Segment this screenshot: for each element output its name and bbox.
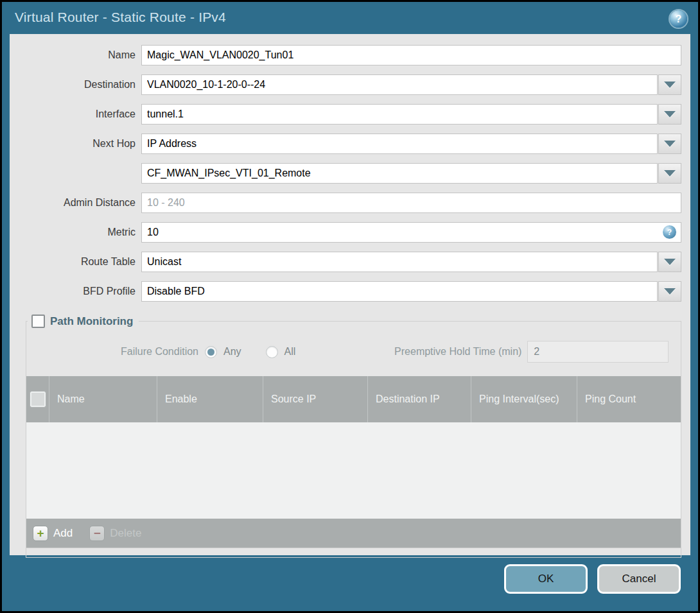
path-monitoring-title: Path Monitoring	[50, 315, 133, 328]
metric-label: Metric	[10, 227, 141, 238]
radio-any-label: Any	[223, 346, 241, 358]
help-icon[interactable]: ?	[670, 10, 687, 28]
ok-button[interactable]: OK	[504, 564, 588, 594]
column-header-name[interactable]: Name	[49, 376, 157, 422]
chevron-down-icon	[664, 170, 676, 177]
table-header: Name Enable Source IP Destination IP Pin…	[26, 376, 681, 422]
failure-condition-all-option[interactable]: All	[266, 346, 296, 358]
dialog-title: Virtual Router - Static Route - IPv4	[15, 10, 226, 25]
cancel-button[interactable]: Cancel	[597, 564, 681, 594]
column-header-enable[interactable]: Enable	[157, 376, 263, 422]
admin-distance-input[interactable]	[141, 193, 681, 213]
metric-help-glyph: ?	[667, 228, 672, 237]
help-icon-glyph: ?	[676, 13, 682, 25]
form-row-metric: Metric ?	[10, 222, 681, 243]
radio-all[interactable]	[266, 346, 278, 358]
failure-condition-row: Failure Condition Any All Preemptive Hol…	[26, 341, 681, 363]
preemptive-hold-time-input[interactable]	[527, 341, 669, 363]
next-hop-label: Next Hop	[10, 138, 141, 150]
bfd-profile-input[interactable]	[141, 281, 658, 302]
form-row-next-hop: Next Hop	[10, 134, 681, 154]
form-row-admin-distance: Admin Distance	[10, 193, 681, 213]
form-row-destination: Destination	[10, 74, 681, 95]
dialog-body: Name Destination Interface	[10, 34, 690, 555]
form-row-next-hop-address	[10, 163, 681, 184]
form-row-bfd-profile: BFD Profile	[10, 281, 681, 302]
metric-input[interactable]	[141, 222, 681, 243]
name-label: Name	[10, 49, 141, 61]
next-hop-address-input[interactable]	[141, 163, 658, 184]
radio-all-label: All	[284, 346, 296, 358]
interface-input[interactable]	[141, 104, 658, 125]
admin-distance-label: Admin Distance	[10, 197, 141, 209]
destination-input[interactable]	[141, 74, 658, 95]
column-header-ping-count[interactable]: Ping Count	[577, 376, 681, 422]
next-hop-type-dropdown-button[interactable]	[658, 134, 681, 154]
metric-help-icon[interactable]: ?	[663, 225, 676, 239]
destination-dropdown-button[interactable]	[658, 74, 681, 95]
form-row-route-table: Route Table	[10, 252, 681, 272]
chevron-down-icon	[664, 259, 676, 265]
path-monitoring-table: Name Enable Source IP Destination IP Pin…	[26, 376, 681, 548]
preemptive-hold-time-label: Preemptive Hold Time (min)	[362, 346, 521, 358]
bfd-profile-dropdown-button[interactable]	[658, 281, 681, 302]
chevron-down-icon	[664, 288, 676, 295]
table-body-empty	[26, 422, 681, 519]
static-route-dialog: Virtual Router - Static Route - IPv4 ? N…	[2, 2, 698, 611]
minus-icon: −	[89, 526, 105, 541]
form-row-name: Name	[10, 45, 681, 65]
column-header-source-ip[interactable]: Source IP	[263, 376, 367, 422]
column-header-destination-ip[interactable]: Destination IP	[367, 376, 471, 422]
route-table-dropdown-button[interactable]	[658, 252, 681, 272]
chevron-down-icon	[664, 141, 676, 147]
failure-condition-label: Failure Condition	[26, 346, 198, 358]
chevron-down-icon	[664, 82, 676, 88]
column-header-ping-interval[interactable]: Ping Interval(sec)	[471, 376, 577, 422]
path-monitoring-legend: Path Monitoring	[28, 315, 139, 328]
next-hop-type-input[interactable]	[141, 134, 658, 154]
failure-condition-any-option[interactable]: Any	[205, 346, 241, 358]
next-hop-address-dropdown-button[interactable]	[658, 163, 681, 184]
route-table-input[interactable]	[141, 252, 658, 272]
interface-label: Interface	[10, 108, 141, 120]
interface-dropdown-button[interactable]	[658, 104, 681, 125]
table-toolbar: + Add − Delete	[26, 519, 681, 548]
name-input[interactable]	[141, 45, 681, 65]
dialog-footer-buttons: OK Cancel	[504, 564, 681, 594]
destination-label: Destination	[10, 79, 141, 91]
path-monitoring-checkbox[interactable]	[31, 315, 45, 328]
form-row-interface: Interface	[10, 104, 681, 125]
select-all-checkbox[interactable]	[30, 392, 46, 407]
chevron-down-icon	[664, 111, 676, 117]
plus-icon: +	[33, 526, 48, 541]
route-table-label: Route Table	[10, 256, 141, 268]
path-monitoring-section: Path Monitoring Failure Condition Any Al…	[26, 315, 681, 558]
radio-any[interactable]	[205, 346, 217, 358]
add-button[interactable]: + Add	[33, 526, 73, 541]
delete-button[interactable]: − Delete	[89, 526, 141, 541]
add-button-label: Add	[53, 527, 73, 540]
delete-button-label: Delete	[110, 527, 141, 540]
bfd-profile-label: BFD Profile	[10, 286, 141, 297]
dialog-titlebar: Virtual Router - Static Route - IPv4	[2, 2, 698, 33]
